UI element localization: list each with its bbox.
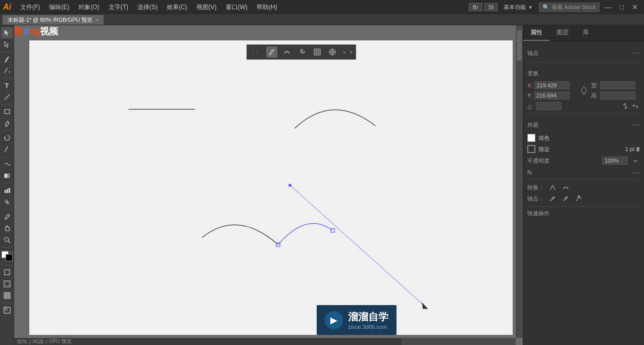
opacity-expand-btn[interactable] [631,156,640,165]
menu-file[interactable]: 文件(F) [16,2,44,13]
scale-tool[interactable] [1,144,13,155]
direct-selection-tool[interactable] [1,39,13,50]
warp-tool[interactable] [1,159,13,170]
divider-3 [527,179,640,180]
panel-content: 锚点 ··· 变换 X: Y: [523,41,644,345]
vertical-scrollbar[interactable] [516,25,523,338]
search-bar[interactable]: 🔍 搜索 Adobe Stock [539,3,599,12]
rectangle-tool[interactable] [1,106,13,117]
artboard-tool[interactable] [1,305,13,316]
pen-tool[interactable] [1,54,13,65]
watermark-text: 溜溜自学 zixue.3d66.com [348,310,388,330]
menu-edit[interactable]: 编辑(E) [45,2,73,13]
flip-horizontal-btn[interactable] [621,102,630,111]
rotate-tool[interactable] [1,132,13,143]
x-label: X: [527,82,532,88]
menu-help[interactable]: 帮助(H) [253,2,281,13]
line-tool[interactable] [1,91,13,103]
y-input[interactable] [534,91,570,100]
drawing-surface[interactable] [29,40,513,335]
fx-label: fx. [527,169,533,175]
svg-line-11 [8,241,10,243]
workspace-selector[interactable]: 基本功能 [504,4,526,11]
flip-vertical-btn[interactable] [631,102,640,111]
svg-rect-19 [314,49,320,55]
curve-pen-option[interactable] [281,46,292,58]
convert-corner-btn[interactable] [548,183,557,192]
document-canvas[interactable] [29,40,513,335]
menu-object[interactable]: 对象(O) [74,2,103,13]
eyedropper-tool[interactable] [1,211,13,222]
type-tool[interactable]: T [1,80,13,91]
height-input[interactable] [600,91,635,100]
minimize-button[interactable]: — [602,3,615,11]
canvas-area[interactable]: ⋮⋮ [14,25,523,345]
direction-handle-line [290,185,428,309]
stroke-weight-stepper[interactable] [636,146,640,152]
tab-properties[interactable]: 属性 [523,25,550,41]
x-field: X: [527,81,577,89]
tab-libraries[interactable]: 库 [576,25,596,41]
anchor-type-1-btn[interactable] [548,194,557,203]
x-input[interactable] [534,81,570,89]
hand-tool[interactable] [1,223,13,234]
document-tab[interactable]: 未标题-1* @ 80% /RGB/GPU 预览 × [2,15,104,25]
selection-tool[interactable] [1,27,13,38]
fx-more-btn[interactable]: ··· [632,168,640,176]
toolbar-collapse-btn[interactable]: » [343,50,346,55]
divider-2 [527,114,640,114]
anchor-more-btn[interactable]: ··· [632,48,640,57]
draw-behind-btn[interactable] [1,290,13,301]
grid-option[interactable] [312,46,323,58]
toolbar-drag-handle[interactable]: ⋮⋮ [250,50,260,55]
pen-tool-option[interactable] [266,46,277,58]
anchor-type-3-btn[interactable] [574,194,583,203]
menu-select[interactable]: 选择(S) [133,2,162,13]
draw-inside-btn[interactable] [1,278,13,289]
menu-effect[interactable]: 效果(C) [163,2,191,13]
angle-input[interactable] [536,102,561,110]
svg-rect-14 [5,282,9,286]
bridge-button[interactable]: Br [469,3,482,11]
spiral-option[interactable] [296,46,308,58]
polar-grid-option[interactable] [327,46,338,58]
fill-label: 填色 [538,134,550,142]
opacity-input[interactable] [603,157,628,165]
zoom-tool[interactable] [1,234,13,245]
anchor-label: 锚点： [527,195,544,203]
width-input[interactable] [600,81,635,89]
quick-actions-label: 快速操作 [527,210,550,216]
stroke-swatch[interactable] [6,254,13,261]
tab-close-button[interactable]: × [95,17,98,23]
control-handle-top[interactable] [288,184,291,187]
pencil-tool[interactable] [1,118,13,129]
swap-colors-icon[interactable]: ↑↓ [10,250,14,255]
link-proportions-icon[interactable] [580,83,588,98]
gradient-tool[interactable] [1,170,13,181]
convert-smooth-btn[interactable] [561,183,570,192]
vertical-scroll-thumb[interactable] [517,30,522,61]
normal-mode-btn[interactable] [1,267,13,278]
toolbar-pin-btn[interactable]: × [350,50,353,55]
menu-type[interactable]: 文字(T) [105,2,132,13]
maximize-button[interactable]: □ [617,3,627,11]
appearance-more-btn[interactable]: ··· [632,120,640,128]
logo-text: 彩dng视频 [14,26,58,36]
stroke-weight-value: 1 pt [625,146,634,152]
fill-color-swatch[interactable] [527,134,535,142]
close-button[interactable]: ✕ [629,3,641,11]
color-swatch[interactable]: ↑↓ [2,251,13,261]
menu-view[interactable]: 视图(V) [192,2,221,13]
stock-button[interactable]: St [484,3,498,11]
workspace-dropdown-icon[interactable]: ▼ [528,5,533,10]
tab-layers[interactable]: 图层 [550,25,576,41]
xy-inputs: X: Y: [527,81,577,100]
menu-window[interactable]: 窗口(W) [222,2,252,13]
width-label: 宽: [591,82,598,89]
anchor-type-2-btn[interactable] [561,194,570,203]
stroke-color-swatch[interactable] [527,145,535,153]
graph-tool[interactable] [1,185,13,196]
mesh-tool[interactable] [1,196,13,208]
left-toolbar: + T [0,25,14,345]
add-anchor-tool[interactable]: + [1,65,13,76]
